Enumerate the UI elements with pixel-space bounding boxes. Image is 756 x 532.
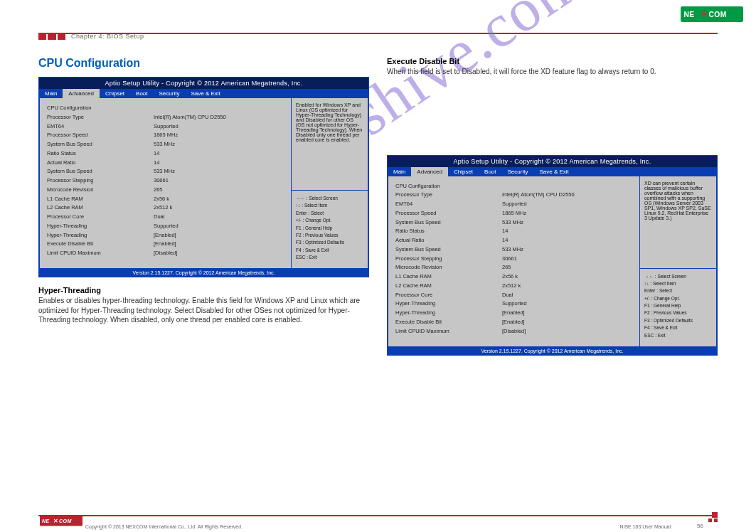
bios-tab-boot[interactable]: Boot [130, 89, 153, 98]
bios-row-key: System Bus Speed [47, 140, 154, 149]
bios-row: System Bus Speed533 MHz [47, 167, 284, 176]
bios-row: Processor TypeIntel(R) Atom(TM) CPU D255… [47, 113, 284, 122]
bios-row-value: 2x56 k [154, 195, 169, 204]
bios-row: EMT64Supported [47, 122, 284, 132]
bios-key-hint: F4 : Save & Exit [644, 324, 712, 331]
bios-row-key: Hyper-Threading [395, 299, 502, 309]
bios-row-key: System Bus Speed [395, 245, 502, 255]
bios-row: Limit CPUID Maximum[Disabled] [395, 327, 632, 336]
bios-tab-advanced[interactable]: Advanced [411, 167, 448, 176]
bios-row: Processor Stepping30661 [395, 255, 632, 264]
bios-key-hint: F1 : General Help [644, 302, 712, 309]
bios-tab-security[interactable]: Security [502, 167, 534, 176]
bios-window-left: Aptio Setup Utility - Copyright © 2012 A… [38, 77, 369, 277]
bios-tabs: Main Advanced Chipset Boot Security Save… [388, 167, 717, 176]
bios-row-key: Hyper-Threading [395, 309, 502, 318]
footer-accent-blocks [705, 512, 718, 522]
svg-text:✕: ✕ [701, 9, 708, 18]
bios-row: Processor Speed1865 MHz [47, 131, 284, 140]
brand-logo: NE ✕ COM [681, 6, 743, 26]
bios-row-key: Processor Type [395, 191, 502, 200]
bios-row-key: L2 Cache RAM [395, 282, 502, 291]
bios-help-text: XD can prevent certain classes of malici… [640, 176, 717, 269]
bios-tab-save-exit[interactable]: Save & Exit [533, 167, 574, 176]
bios-tab-chipset[interactable]: Chipset [100, 89, 130, 98]
top-header: NE ✕ COM [0, 0, 756, 27]
bios-row-key: Processor Type [47, 113, 154, 122]
bios-key-hint: →← : Select Screen [644, 273, 712, 280]
bios-row-key: Execute Disable Bit [395, 318, 502, 327]
bios-tab-save-exit[interactable]: Save & Exit [185, 89, 225, 98]
bios-row: Processor Speed1865 MHz [395, 209, 632, 218]
svg-text:COM: COM [59, 518, 72, 523]
bios-row-value: 1865 MHz [502, 209, 526, 218]
bios-row-key: L1 Cache RAM [47, 195, 154, 204]
nexcom-logo-icon: NE ✕ COM [681, 6, 743, 23]
bios-row: Hyper-ThreadingSupported [395, 299, 632, 309]
bios-row-value: 1865 MHz [154, 131, 178, 140]
bios-row: L1 Cache RAM2x56 k [47, 195, 284, 204]
page-number-value: 56 [697, 523, 703, 529]
svg-text:NE: NE [42, 518, 50, 523]
bios-footer: Version 2.15.1227. Copyright © 2012 Amer… [388, 347, 717, 355]
bios-body: CPU ConfigurationProcessor TypeIntel(R) … [388, 176, 717, 347]
bios-row-value: Supported [154, 222, 179, 231]
bios-key-hint: ESC : Exit [644, 332, 712, 339]
field-name: Execute Disable Bit [387, 57, 718, 65]
bios-row-key: Processor Core [47, 213, 154, 222]
bios-row: System Bus Speed533 MHz [395, 218, 632, 228]
bios-tabs: Main Advanced Chipset Boot Security Save… [39, 89, 368, 98]
bios-key-hint: F1 : General Help [296, 225, 363, 232]
bios-row: CPU Configuration [47, 104, 284, 113]
bios-row: Execute Disable Bit[Enabled] [395, 318, 632, 327]
chapter-label: Chapter 4: BIOS Setup [71, 33, 144, 40]
bios-row: Actual Ratio14 [47, 159, 284, 168]
bios-key-help: →← : Select Screen↑↓ : Select ItemEnter … [292, 191, 368, 269]
bios-row-key: L1 Cache RAM [395, 272, 502, 282]
bios-key-hint: ↑↓ : Select Item [296, 202, 363, 209]
product-name: NISE 103 User Manual [619, 524, 671, 529]
bios-row-key: System Bus Speed [47, 167, 154, 176]
bios-row-value: 533 MHz [154, 140, 175, 149]
bios-key-hint: →← : Select Screen [296, 195, 363, 202]
bios-body: CPU ConfigurationProcessor TypeIntel(R) … [39, 98, 368, 269]
bios-right-pane: XD can prevent certain classes of malici… [640, 176, 717, 347]
bios-row: Hyper-Threading[Enabled] [47, 231, 284, 240]
bios-row-value: 2x512 k [154, 203, 172, 213]
bios-footer: Version 2.15.1227. Copyright © 2012 Amer… [39, 269, 368, 277]
bios-tab-main[interactable]: Main [39, 89, 63, 98]
bios-row: Microcode Revision265 [395, 263, 632, 272]
bios-row: Hyper-ThreadingSupported [47, 222, 284, 231]
bios-tab-chipset[interactable]: Chipset [448, 167, 479, 176]
field-execute-disable-bit: Execute Disable Bit When this field is s… [387, 57, 718, 77]
bios-row-value: Dual [154, 213, 164, 222]
bios-tab-main[interactable]: Main [388, 167, 411, 176]
bios-row-key: Hyper-Threading [47, 222, 154, 231]
bios-row-key: Processor Stepping [395, 255, 502, 264]
nexcom-logo-small-icon: NE ✕ COM [40, 515, 82, 526]
bios-key-hint: F2 : Previous Values [644, 309, 712, 316]
bios-row-key: Execute Disable Bit [47, 240, 154, 249]
bios-key-hint: +/- : Change Opt. [296, 217, 363, 224]
bios-row-value: 2x56 k [502, 272, 518, 282]
bios-key-hint: F3 : Optimized Defaults [644, 317, 712, 324]
bios-row-value: [Disabled] [154, 249, 177, 258]
bios-key-hint: +/- : Change Opt. [644, 295, 712, 302]
bios-key-hint: F3 : Optimized Defaults [296, 239, 363, 246]
bios-row: Limit CPUID Maximum[Disabled] [47, 249, 284, 258]
bios-row-value: 14 [154, 159, 159, 168]
bios-tab-security[interactable]: Security [154, 89, 186, 98]
bios-row-key: Processor Speed [47, 131, 154, 140]
bios-row-key: Processor Stepping [47, 176, 154, 186]
bios-tab-boot[interactable]: Boot [479, 167, 501, 176]
svg-text:NE: NE [683, 11, 694, 18]
bios-row-value: Supported [154, 122, 179, 132]
bios-row-value: 265 [502, 263, 511, 272]
bios-row-value: Dual [502, 291, 513, 300]
bios-row: Processor TypeIntel(R) Atom(TM) CPU D255… [395, 191, 632, 200]
bios-row-key: Actual Ratio [47, 159, 154, 168]
bios-row-value: 533 MHz [154, 167, 175, 176]
bios-tab-advanced[interactable]: Advanced [63, 89, 100, 98]
bios-row-key: Processor Speed [395, 209, 502, 218]
bios-row-value: Intel(R) Atom(TM) CPU D2550 [154, 113, 226, 122]
